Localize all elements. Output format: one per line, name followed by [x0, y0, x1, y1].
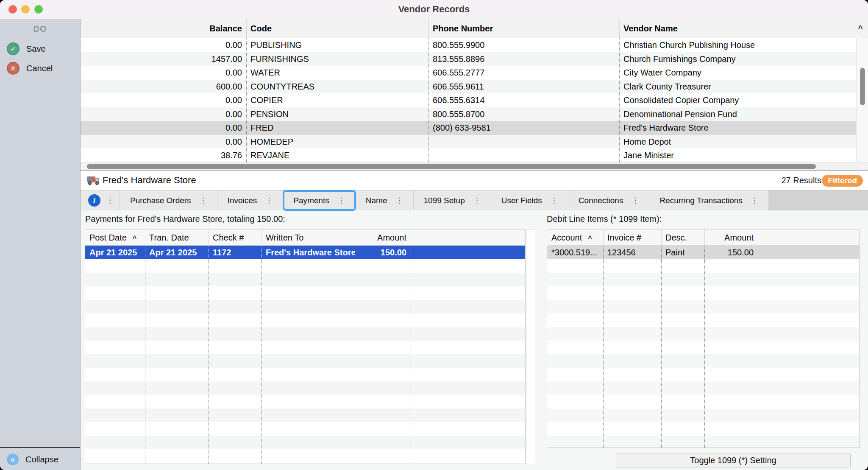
horizontal-scrollbar-thumb[interactable]	[87, 164, 816, 169]
column-header-desc[interactable]: Desc.	[665, 229, 687, 246]
check-circle-icon: ✓	[7, 42, 19, 55]
column-header-phone[interactable]: Phone Number	[433, 19, 493, 38]
cell-code: REVJANE	[250, 148, 424, 162]
column-header-invoice-no[interactable]: Invoice #	[607, 229, 641, 246]
cell-code: FRED	[250, 121, 424, 135]
drag-handle-icon[interactable]: ⋮	[751, 196, 758, 205]
column-divider	[758, 259, 758, 448]
vendor-row[interactable]: 0.00PUBLISHING800.555.9900Christian Chur…	[81, 38, 856, 52]
column-divider	[145, 259, 145, 464]
debit-table-empty-rows[interactable]	[547, 259, 859, 448]
column-divider	[758, 229, 758, 246]
column-header-account[interactable]: Account^	[551, 229, 592, 246]
drag-handle-icon[interactable]: ⋮	[632, 196, 639, 205]
cell-code: PUBLISHING	[250, 38, 424, 52]
column-header-check-no[interactable]: Check #	[213, 229, 244, 246]
column-divider	[358, 246, 358, 259]
vertical-scrollbar-thumb[interactable]	[860, 68, 865, 105]
cell-balance: 0.00	[81, 66, 242, 80]
vendor-row[interactable]: 600.00COUNTYTREAS606.555.9611Clark Count…	[81, 80, 856, 94]
column-header-tran-date[interactable]: Tran. Date	[149, 229, 189, 246]
drag-handle-icon[interactable]: ⋮	[265, 196, 273, 205]
tab-purchase-orders[interactable]: Purchase Orders⋮	[120, 190, 217, 210]
tab-label: Purchase Orders	[130, 196, 191, 205]
column-divider	[246, 38, 247, 162]
cell-code: WATER	[250, 66, 424, 80]
cell-post-date: Apr 21 2025	[89, 246, 142, 259]
window-title: Vendor Records	[0, 4, 868, 15]
toggle-1099-button[interactable]: Toggle 1099 (*) Setting	[616, 453, 851, 467]
tab-user-fields[interactable]: User Fields⋮	[491, 190, 568, 210]
scroll-top-icon[interactable]: ^	[852, 19, 868, 38]
column-header-amount[interactable]: Amount	[704, 229, 754, 246]
info-button[interactable]: i ⋮	[81, 190, 120, 210]
vendor-row[interactable]: 0.00WATER606.555.2777City Water Company	[81, 66, 856, 80]
cell-vendor-name: Christian Church Publishing House	[623, 38, 852, 52]
column-divider	[209, 246, 209, 259]
cancel-button[interactable]: ✕ Cancel	[7, 62, 53, 75]
tab-name[interactable]: Name⋮	[356, 190, 414, 210]
column-divider	[603, 259, 604, 448]
column-divider	[262, 246, 262, 259]
cell-code: COUNTYTREAS	[250, 80, 424, 94]
cell-phone: 813.555.8896	[433, 52, 615, 66]
save-button[interactable]: ✓ Save	[7, 42, 46, 55]
column-header-post-date[interactable]: Post Date^	[89, 229, 136, 246]
collapse-button[interactable]: « Collapse	[7, 453, 58, 465]
tab-bar: i ⋮ Purchase Orders⋮Invoices⋮Payments⋮Na…	[81, 190, 868, 210]
tab-payments[interactable]: Payments⋮	[283, 190, 355, 210]
tab-recurring-transactions[interactable]: Recurring Transactions⋮	[649, 190, 768, 210]
tab-label: Invoices	[228, 196, 257, 205]
column-header-vendor-name[interactable]: Vendor Name	[623, 19, 678, 38]
debit-table-header: Account^ Invoice # Desc. Amount	[547, 229, 859, 246]
drag-handle-icon[interactable]: ⋮	[338, 196, 345, 205]
vendor-row[interactable]: 38.76REVJANEJane Minister	[81, 148, 856, 162]
sort-ascending-icon: ^	[588, 235, 592, 242]
vendor-row[interactable]: 0.00HOMEDEPHome Depot	[81, 135, 856, 149]
drag-handle-icon[interactable]: ⋮	[396, 196, 403, 205]
cell-tran-date: Apr 21 2025	[149, 246, 206, 259]
cell-phone: 606.555.9611	[433, 80, 615, 94]
double-chevron-left-icon: «	[7, 453, 19, 465]
column-divider	[209, 229, 209, 246]
payments-table-empty-rows[interactable]	[85, 259, 525, 464]
payments-table-header: Post Date^ Tran. Date Check # Written To…	[85, 229, 525, 246]
drag-handle-icon[interactable]: ⋮	[200, 196, 207, 205]
column-header-balance[interactable]: Balance	[81, 19, 242, 38]
cell-balance: 0.00	[81, 135, 242, 149]
payments-table: Post Date^ Tran. Date Check # Written To…	[85, 229, 526, 464]
horizontal-scrollbar[interactable]	[81, 162, 868, 171]
tab-1099-setup[interactable]: 1099 Setup⋮	[414, 190, 491, 210]
vendor-row[interactable]: 0.00PENSION800.555.8700Denominational Pe…	[81, 107, 856, 121]
cell-code: COPIER	[250, 93, 424, 107]
column-divider	[661, 246, 662, 259]
cell-balance: 0.00	[81, 38, 242, 52]
payments-caption: Payments for Fred's Hardware Store, tota…	[85, 214, 285, 224]
tab-invoices[interactable]: Invoices⋮	[217, 190, 284, 210]
column-divider	[145, 246, 145, 259]
tab-connections[interactable]: Connections⋮	[568, 190, 650, 210]
cell-phone: 800.555.8700	[433, 107, 615, 121]
vendor-row[interactable]: 0.00FRED(800) 633-9581Fred's Hardware St…	[81, 121, 856, 135]
column-header-written-to[interactable]: Written To	[266, 229, 303, 246]
cell-vendor-name: Denominational Pension Fund	[623, 107, 852, 121]
vendor-row[interactable]: 0.00COPIER606.555.6314Consolidated Copie…	[81, 93, 856, 107]
debit-row-selected[interactable]: *3000.519... 123456 Paint 150.00	[547, 246, 859, 259]
drag-handle-icon[interactable]: ⋮	[106, 196, 114, 205]
filtered-badge[interactable]: Filtered	[822, 175, 863, 187]
cell-vendor-name: Consolidated Copier Company	[623, 93, 852, 107]
cell-vendor-name: Church Furnishings Company	[623, 52, 852, 66]
cell-desc: Paint	[665, 246, 702, 259]
vendor-row[interactable]: 1457.00FURNISHINGS813.555.8896Church Fur…	[81, 52, 856, 66]
payments-scrollbar-gutter[interactable]	[527, 229, 535, 464]
column-header-code[interactable]: Code	[250, 19, 272, 38]
info-circle-icon: i	[88, 194, 100, 207]
column-divider	[619, 19, 620, 38]
cell-code: HOMEDEP	[250, 135, 424, 149]
column-header-amount[interactable]: Amount	[358, 229, 406, 246]
vertical-scrollbar[interactable]	[856, 38, 868, 162]
payment-row-selected[interactable]: Apr 21 2025 Apr 21 2025 1172 Fred's Hard…	[85, 246, 525, 259]
drag-handle-icon[interactable]: ⋮	[551, 196, 558, 205]
cell-vendor-name: Fred's Hardware Store	[623, 121, 852, 135]
drag-handle-icon[interactable]: ⋮	[473, 196, 481, 205]
